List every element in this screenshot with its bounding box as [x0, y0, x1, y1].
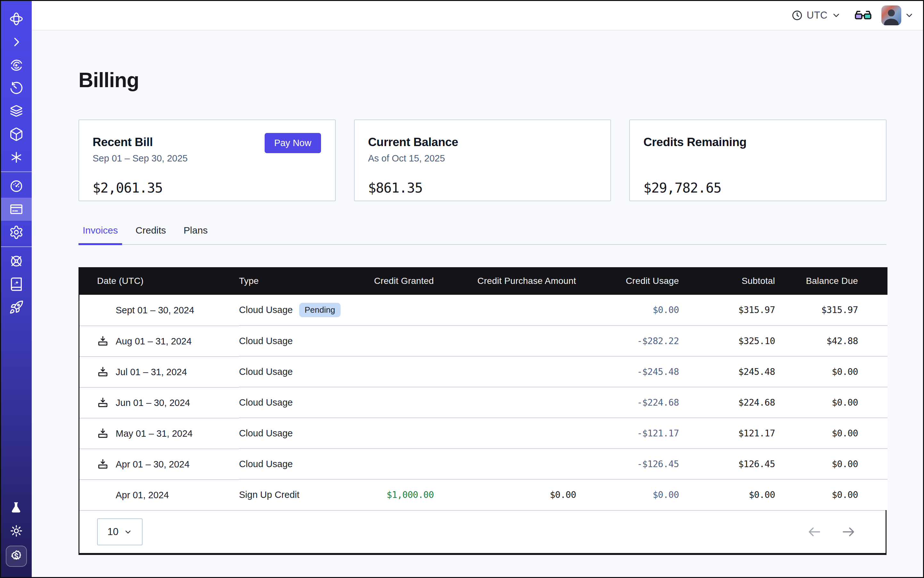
credit-granted-cell: [361, 418, 443, 448]
credit-usage-cell: -$224.68: [586, 387, 689, 418]
chevron-down-icon: [123, 528, 132, 536]
main-area: UTC Bill: [32, 1, 923, 577]
col-credit-granted: Credit Granted: [361, 267, 443, 295]
pay-now-button[interactable]: Pay Now: [265, 133, 321, 153]
col-date: Date (UTC): [80, 267, 239, 295]
table-row: Aug 01 – 31, 2024 Cloud Usage -$282.22 $…: [80, 326, 887, 356]
tab-credits[interactable]: Credits: [132, 225, 170, 244]
sidebar-item-settings[interactable]: [1, 221, 32, 244]
credit-granted-cell: [361, 387, 443, 418]
dollar-badge-icon: [9, 549, 23, 563]
timezone-selector[interactable]: UTC: [791, 10, 841, 21]
reader-mode-button[interactable]: [854, 8, 872, 23]
ship-wheel-icon: [9, 254, 24, 268]
sidebar-item-usage[interactable]: [1, 175, 32, 198]
sidebar-item-docs[interactable]: [1, 273, 32, 296]
sidebar-item-theme[interactable]: [1, 520, 32, 542]
table-row: Jul 01 – 31, 2024 Cloud Usage -$245.48 $…: [80, 356, 887, 387]
col-credit-purchase: Credit Purchase Amount: [443, 267, 586, 295]
table-row: May 01 – 31, 2024 Cloud Usage -$121.17 $…: [80, 418, 887, 448]
card-subtitle: As of Oct 15, 2025: [368, 153, 596, 165]
col-balance-due: Balance Due: [784, 267, 887, 295]
sidebar-spacer: [1, 319, 32, 496]
chevron-down-icon: [831, 11, 841, 20]
balance-due-cell: $0.00: [784, 418, 887, 448]
tab-invoices[interactable]: Invoices: [78, 225, 122, 244]
table-footer: 10: [80, 510, 885, 553]
download-icon[interactable]: [97, 366, 109, 378]
balance-due-cell: $315.97: [784, 295, 887, 326]
invoice-date: Apr 01 – 30, 2024: [116, 459, 190, 470]
sidebar-item-billing[interactable]: [1, 198, 32, 221]
subtotal-cell: $126.45: [689, 448, 784, 479]
invoice-type: Cloud Usage: [239, 367, 293, 377]
subtotal-cell: $224.68: [689, 387, 784, 418]
invoice-rows: Sept 01 – 30, 2024 Cloud Usage Pending $…: [80, 295, 887, 510]
table-row: Apr 01 – 30, 2024 Cloud Usage -$126.45 $…: [80, 448, 887, 479]
balance-due-cell: $0.00: [784, 356, 887, 387]
timezone-label: UTC: [807, 10, 828, 21]
pagination-arrows: [807, 524, 856, 539]
credit-usage-cell: -$121.17: [586, 418, 689, 448]
topbar: UTC: [32, 1, 923, 31]
credit-purchase-cell: $0.00: [443, 479, 586, 510]
invoice-type: Cloud Usage: [239, 397, 293, 408]
next-page-arrow-icon[interactable]: [841, 524, 856, 539]
sidebar-divider: [1, 171, 32, 172]
sidebar-item-labs[interactable]: [1, 496, 32, 520]
previous-page-arrow-icon[interactable]: [807, 524, 822, 539]
download-icon[interactable]: [97, 458, 109, 470]
download-icon[interactable]: [97, 428, 109, 439]
invoice-date: Aug 01 – 31, 2024: [116, 336, 192, 347]
trace-eye-icon: [9, 58, 24, 72]
page-size-select[interactable]: 10: [97, 518, 143, 546]
credit-usage-cell: -$245.48: [586, 356, 689, 387]
credit-purchase-cell: [443, 448, 586, 479]
credit-usage-cell: -$282.22: [586, 326, 689, 356]
app-logo[interactable]: [1, 7, 32, 31]
page-title: Billing: [78, 68, 887, 92]
credit-usage-cell: $0.00: [586, 479, 689, 510]
sidebar-item-packages[interactable]: [1, 123, 32, 146]
credit-granted-cell: [361, 295, 443, 326]
col-credit-usage: Credit Usage: [586, 267, 689, 295]
subtotal-cell: $0.00: [689, 479, 784, 510]
card-subtitle: Sep 01 – Sep 30, 2025: [93, 153, 321, 165]
billing-page: Billing Recent Bill Sep 01 – Sep 30, 202…: [32, 31, 923, 577]
credit-granted-cell: $1,000.00: [361, 479, 443, 510]
avatar-photo: [882, 5, 901, 25]
recent-bill-amount: $2,061.35: [93, 180, 321, 196]
sidebar-item-functions[interactable]: [1, 146, 32, 169]
credits-remaining-amount: $29,782.65: [643, 180, 872, 196]
download-icon[interactable]: [97, 397, 109, 409]
sidebar-item-support[interactable]: [1, 250, 32, 273]
credits-badge-button[interactable]: [6, 546, 27, 567]
sidebar-item-getting-started[interactable]: [1, 296, 32, 319]
card-title: Credits Remaining: [643, 136, 872, 149]
page-size-value: 10: [107, 526, 118, 537]
invoice-type: Cloud Usage: [239, 336, 293, 346]
invoice-type: Cloud Usage: [239, 459, 293, 469]
invoice-type: Sign Up Credit: [239, 490, 300, 500]
balance-due-cell: $0.00: [784, 448, 887, 479]
sidebar-item-expand[interactable]: [1, 31, 32, 54]
sidebar-item-trace[interactable]: [1, 54, 32, 76]
history-timer-icon: [9, 81, 24, 96]
invoice-date: May 01 – 31, 2024: [116, 429, 193, 439]
sidebar-item-history[interactable]: [1, 76, 32, 100]
avatar[interactable]: [882, 5, 901, 25]
card-title: Current Balance: [368, 136, 596, 149]
tab-plans[interactable]: Plans: [179, 225, 212, 244]
download-icon[interactable]: [97, 336, 109, 347]
current-balance-card: Current Balance As of Oct 15, 2025 $861.…: [354, 120, 611, 201]
credit-purchase-cell: [443, 295, 586, 326]
invoice-date: Apr 01, 2024: [116, 490, 169, 500]
balance-due-cell: $0.00: [784, 479, 887, 510]
rocket-icon: [9, 300, 24, 315]
account-menu-chevron-icon[interactable]: [905, 11, 914, 20]
invoice-date: Sept 01 – 30, 2024: [116, 305, 194, 316]
sidebar-item-layers[interactable]: [1, 100, 32, 123]
app-window: UTC Bill: [0, 0, 924, 578]
subtotal-cell: $121.17: [689, 418, 784, 448]
clock-icon: [791, 10, 803, 21]
